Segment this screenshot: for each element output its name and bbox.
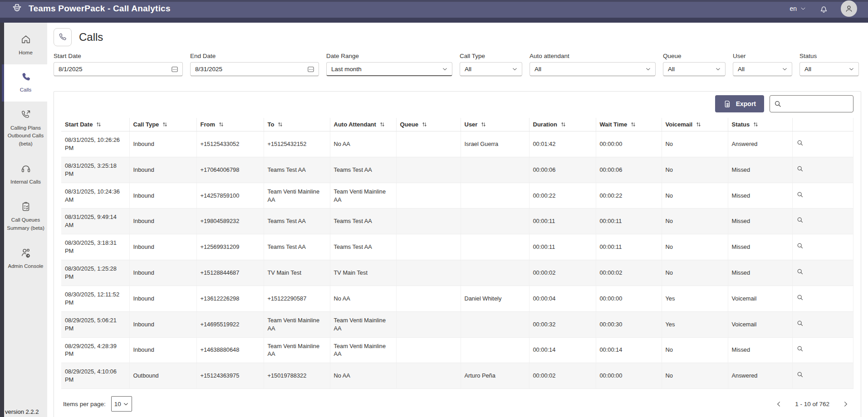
filter-user: UserAll (733, 53, 792, 76)
sort-icon[interactable] (96, 121, 102, 127)
sort-icon[interactable] (753, 121, 759, 127)
items-per-page-select[interactable]: 10 (111, 396, 132, 412)
row-details-button[interactable] (792, 337, 853, 363)
cell-duration: 00:01:42 (529, 131, 596, 157)
end-date-input[interactable]: 8/31/2025 (190, 62, 319, 76)
cell-aa: No AA (330, 131, 396, 157)
sort-icon[interactable] (162, 121, 168, 127)
sort-icon[interactable] (422, 121, 427, 127)
row-details-button[interactable] (792, 286, 853, 311)
sort-icon[interactable] (560, 121, 566, 127)
next-page-button[interactable] (842, 401, 849, 407)
sidebar-item-calls[interactable]: Calls (2, 64, 47, 102)
cell-user (461, 183, 529, 208)
column-header-wait-time[interactable]: Wait Time (596, 118, 662, 131)
magnifier-icon (796, 242, 804, 250)
column-header-start-date[interactable]: Start Date (61, 118, 129, 131)
bell-icon[interactable] (819, 4, 829, 14)
sidebar-item-admin-console[interactable]: Admin Console (2, 240, 47, 278)
items-per-page-value: 10 (114, 401, 121, 407)
previous-page-button[interactable] (775, 401, 782, 407)
calls-panel: Export Start DateCall TypeFromToAuto Att… (54, 91, 861, 417)
avatar[interactable] (841, 0, 857, 17)
sidebar-item-label: Calling Plans Outbound Calls (beta) (6, 124, 45, 148)
column-header-duration[interactable]: Duration (529, 118, 596, 131)
row-details-button[interactable] (792, 260, 853, 286)
cell-user: Arturo Peña (461, 363, 529, 389)
export-button[interactable]: Export (715, 95, 764, 112)
cell-aa: No AA (330, 363, 396, 389)
cell-user (461, 260, 529, 286)
auto-attendant-select[interactable]: All (530, 62, 656, 76)
cell-duration: 00:00:14 (529, 337, 596, 363)
sort-icon[interactable] (630, 121, 636, 127)
cell-aa: Teams Test AA (330, 234, 396, 260)
row-details-button[interactable] (792, 131, 853, 157)
cell-vm: No (662, 337, 728, 363)
row-details-button[interactable] (792, 208, 853, 234)
column-header-auto-attendant[interactable]: Auto Attendant (330, 118, 396, 131)
sort-icon[interactable] (277, 121, 283, 127)
table-row: 08/31/2025, 10:26:26 PMInbound+151254330… (61, 131, 853, 157)
table-row: 08/31/2025, 9:49:14 AMInbound+1980458923… (61, 208, 853, 234)
sort-icon[interactable] (218, 121, 224, 127)
column-header-status[interactable]: Status (728, 118, 792, 131)
language-selector[interactable]: en (790, 5, 807, 12)
date-range-select[interactable]: Last month (326, 62, 452, 76)
column-header-actions (792, 118, 853, 131)
column-header-user[interactable]: User (461, 118, 529, 131)
sidebar-item-call-queues-summary-beta[interactable]: Call Queues Summary (beta) (2, 194, 47, 240)
chevron-down-icon (799, 5, 807, 12)
table-search (770, 95, 853, 112)
cell-from: +14638880648 (196, 337, 264, 363)
search-input[interactable] (785, 101, 849, 107)
version-label: version 2.2.2 (5, 408, 39, 415)
phone-icon (20, 72, 31, 82)
calls-table: Start DateCall TypeFromToAuto AttendantQ… (61, 118, 853, 389)
sidebar-item-label: Home (19, 49, 33, 57)
cell-aa: No AA (330, 286, 396, 311)
start-date-input[interactable]: 8/1/2025 (54, 62, 183, 76)
column-header-to[interactable]: To (264, 118, 330, 131)
cell-wait: 00:00:02 (596, 260, 662, 286)
status-select[interactable]: All (799, 62, 859, 76)
sort-icon[interactable] (696, 121, 701, 127)
column-header-voicemail[interactable]: Voicemail (662, 118, 728, 131)
table-row: 08/29/2025, 4:28:39 PMInbound+1463888064… (61, 337, 853, 363)
call-type-select[interactable]: All (460, 62, 522, 76)
column-header-queue[interactable]: Queue (396, 118, 461, 131)
sort-icon[interactable] (481, 121, 486, 127)
column-header-call-type[interactable]: Call Type (129, 118, 196, 131)
cell-start: 08/29/2025, 4:10:06 PM (61, 363, 129, 389)
cell-wait: 00:00:11 (596, 208, 662, 234)
sidebar-item-internal-calls[interactable]: Internal Calls (2, 155, 47, 194)
cell-queue (396, 337, 461, 363)
cell-to: Teams Test AA (264, 208, 330, 234)
row-details-button[interactable] (792, 311, 853, 337)
cell-aa: Teams Test AA (330, 157, 396, 183)
row-details-button[interactable] (792, 157, 853, 183)
filter-date-range: Date RangeLast month (326, 53, 452, 76)
sort-icon[interactable] (379, 121, 385, 127)
column-header-from[interactable]: From (196, 118, 264, 131)
cell-vm: No (662, 208, 728, 234)
sidebar-item-home[interactable]: Home (2, 26, 47, 64)
cell-from: +19804589232 (196, 208, 264, 234)
cell-type: Inbound (129, 337, 196, 363)
column-label: To (268, 121, 275, 128)
filter-label: Date Range (326, 53, 452, 59)
user-select[interactable]: All (733, 62, 792, 76)
filter-value: All (668, 66, 675, 73)
sidebar-item-label: Calls (20, 86, 32, 94)
row-details-button[interactable] (792, 183, 853, 208)
sidebar-item-calling-plans-outbound-calls-beta[interactable]: Calling Plans Outbound Calls (beta) (2, 102, 47, 155)
magnifier-icon (796, 216, 804, 224)
magnifier-icon (796, 191, 804, 199)
row-details-button[interactable] (792, 234, 853, 260)
cell-start: 08/31/2025, 3:25:18 PM (61, 157, 129, 183)
row-details-button[interactable] (792, 363, 853, 389)
filter-label: Auto attendant (530, 53, 656, 59)
filter-start-date: Start Date8/1/2025 (54, 53, 183, 76)
phone-outgoing-icon (20, 109, 32, 121)
queue-select[interactable]: All (663, 62, 726, 76)
